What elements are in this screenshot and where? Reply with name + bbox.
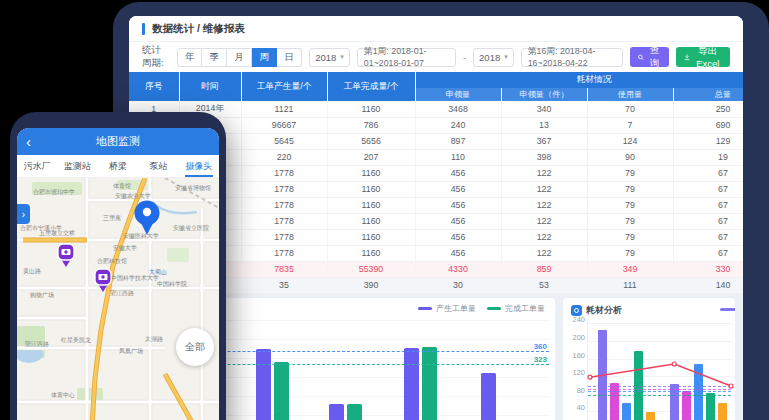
phone-tab-泵站[interactable]: 泵站 <box>138 155 178 177</box>
table-cell: 79 <box>587 245 673 261</box>
table-cell: 390 <box>327 277 415 293</box>
export-button-label: 导出Excel <box>694 45 722 69</box>
table-cell: 53 <box>501 277 587 293</box>
map-label: 红星美凯龙 <box>60 336 91 344</box>
map-label: 黄山路 <box>23 268 41 275</box>
legend-swatch-icon <box>418 307 432 310</box>
filter-row: 统计周期: 年季月周日 2018 ▾ 第1周: 2018-01-01~2018-… <box>129 42 743 72</box>
phone-tab-摄像头[interactable]: 摄像头 <box>179 155 219 177</box>
col-header: 序号 <box>129 72 179 101</box>
legend-item[interactable]: 完成工单量 <box>487 303 545 314</box>
table-cell: 786 <box>327 117 415 133</box>
phone-screen: ‹ 地图监测 污水厂监测站桥梁泵站摄像头 <box>17 128 219 420</box>
period-option-月[interactable]: 月 <box>227 48 252 67</box>
back-button[interactable]: ‹ <box>26 128 31 155</box>
period-option-季[interactable]: 季 <box>202 48 227 67</box>
map-label: 安徽省立医院 <box>173 224 209 232</box>
bar-产生工单量-g2 <box>329 404 344 420</box>
bar-完成工单量-g2 <box>347 404 362 420</box>
map-label: 体育馆 <box>113 182 131 190</box>
reference-line-label: 323 <box>534 355 547 364</box>
map-label: 太湖路 <box>145 336 163 343</box>
table-cell: 1778 <box>241 213 327 229</box>
table-cell: 456 <box>415 181 501 197</box>
year-start-select[interactable]: 2018 ▾ <box>309 48 350 67</box>
period-option-日[interactable]: 日 <box>277 48 302 67</box>
filter-label: 统计周期: <box>142 44 170 70</box>
table-cell: 7 <box>587 117 673 133</box>
table-cell: 122 <box>501 229 587 245</box>
map-label: 安徽医科大学 <box>123 232 159 240</box>
range-start-field[interactable]: 第1周: 2018-01-01~2018-01-07 <box>357 48 456 67</box>
year-end-value: 2018 <box>479 52 500 63</box>
table-cell: 456 <box>415 229 501 245</box>
legend-label: 完成工单量 <box>505 303 545 314</box>
table-cell: 349 <box>587 261 673 277</box>
map-label: 安徽省博物馆 <box>175 184 211 192</box>
period-option-年[interactable]: 年 <box>177 48 202 67</box>
composite-stage: 数据统计 / 维修报表 统计周期: 年季月周日 2018 ▾ 第1周: 2018… <box>0 0 769 420</box>
query-button[interactable]: 查询 <box>630 47 669 67</box>
phone-tab-监测站[interactable]: 监测站 <box>57 155 97 177</box>
table-cell: 55390 <box>327 261 415 277</box>
map-label: 中国科学技术大学 <box>111 274 159 282</box>
table-cell: 340 <box>501 101 587 117</box>
download-icon <box>684 53 690 62</box>
range-end-field[interactable]: 第16周: 2018-04-16~2018-04-22 <box>521 48 623 67</box>
caret-down-icon: ▾ <box>340 53 344 61</box>
table-cell: 456 <box>415 245 501 261</box>
export-excel-button[interactable]: 导出Excel <box>676 47 730 67</box>
bar-产生工单量-g3 <box>404 348 419 420</box>
map-label: 三里庵 <box>103 214 121 222</box>
map-view[interactable]: 合肥市琥珀中学体育馆安徽农业大学安徽省博物馆三里庵五里墩立交桥合肥市宁溪小学安徽… <box>17 178 219 420</box>
sub-col-header: 申领量（件） <box>501 88 587 101</box>
workorder-chart-legend: 产生工单量完成工单量 <box>418 303 545 314</box>
table-cell: 70 <box>587 101 673 117</box>
table-cell: 122 <box>501 197 587 213</box>
col-header: 工单完成量/个 <box>327 72 415 101</box>
table-cell: 79 <box>587 229 673 245</box>
map-label: 购物广场 <box>30 291 54 299</box>
table-cell: 79 <box>587 181 673 197</box>
table-cell: 456 <box>415 213 501 229</box>
table-cell: 4330 <box>415 261 501 277</box>
table-cell: 240 <box>415 117 501 133</box>
table-row: 12014年11211160346834070250 <box>129 101 743 117</box>
map-label: 中国科学院 <box>157 280 187 288</box>
caret-down-icon: ▾ <box>504 53 508 61</box>
table-cell: 1160 <box>327 245 415 261</box>
sub-col-header: 使用量 <box>587 88 673 101</box>
table-cell: 1778 <box>241 165 327 181</box>
show-all-button[interactable]: 全部 <box>176 328 214 366</box>
table-cell: 140 <box>673 277 743 293</box>
phone-mockup: ‹ 地图监测 污水厂监测站桥梁泵站摄像头 <box>10 112 226 420</box>
table-cell: 456 <box>415 165 501 181</box>
map-label: 凤凰广场 <box>119 348 143 355</box>
legend-item[interactable]: 产生工单量 <box>418 303 476 314</box>
table-cell: 79 <box>587 165 673 181</box>
table-cell: 67 <box>673 165 743 181</box>
table-cell: 122 <box>501 165 587 181</box>
col-header: 工单产生量/个 <box>241 72 327 101</box>
breadcrumb-text[interactable]: 数据统计 / 维修报表 <box>152 22 245 36</box>
phone-tab-bar: 污水厂监测站桥梁泵站摄像头 <box>17 155 219 178</box>
table-cell: 67 <box>673 213 743 229</box>
table-cell: 3468 <box>415 101 501 117</box>
table-cell: 129 <box>673 133 743 149</box>
phone-tab-桥梁[interactable]: 桥梁 <box>98 155 138 177</box>
table-cell: 250 <box>673 101 743 117</box>
table-cell: 1160 <box>327 101 415 117</box>
range-separator: - <box>463 52 466 63</box>
bar-产生工单量-g1 <box>256 349 271 420</box>
period-option-周[interactable]: 周 <box>252 48 277 67</box>
table-cell: 1778 <box>241 197 327 213</box>
group-header: 耗材情况 <box>415 72 743 88</box>
table-cell: 1160 <box>327 229 415 245</box>
table-cell: 456 <box>415 197 501 213</box>
map-label: 安徽大学 <box>113 244 137 252</box>
map-label: 望江西路 <box>109 289 134 297</box>
phone-tab-污水厂[interactable]: 污水厂 <box>17 155 57 177</box>
year-end-select[interactable]: 2018 ▾ <box>473 48 514 67</box>
map-expander-button[interactable]: › <box>17 204 30 224</box>
table-cell: 110 <box>415 149 501 165</box>
